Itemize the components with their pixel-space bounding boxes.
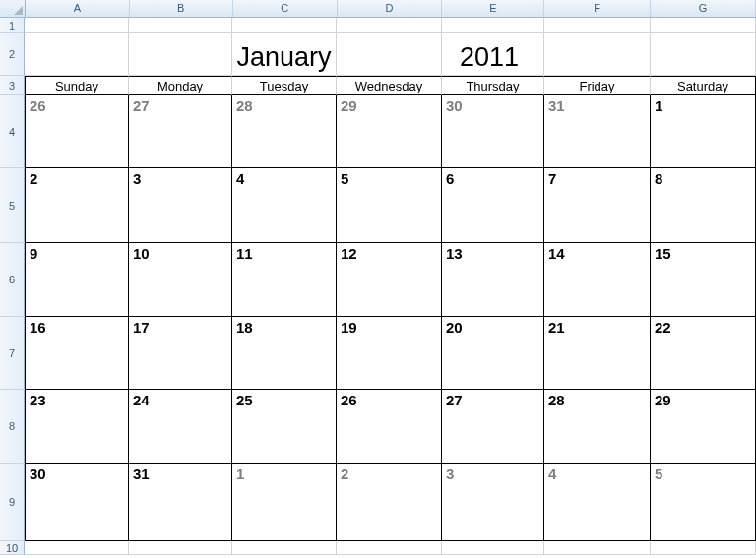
row-header-7[interactable]: 7: [0, 317, 25, 390]
cell-b10[interactable]: [129, 541, 232, 555]
calendar-date-cell[interactable]: 1: [651, 95, 756, 168]
calendar-date-cell[interactable]: 23: [25, 390, 129, 464]
cell-e10[interactable]: [442, 541, 544, 555]
dow-friday[interactable]: Friday: [544, 76, 651, 95]
calendar-date-cell[interactable]: 31: [544, 95, 651, 168]
cell-g2[interactable]: [651, 33, 756, 76]
row-header-1[interactable]: 1: [0, 18, 25, 33]
column-header-g[interactable]: G: [651, 0, 756, 17]
cell-a10[interactable]: [25, 541, 129, 555]
row-header-8[interactable]: 8: [0, 390, 25, 464]
row-header-6[interactable]: 6: [0, 243, 25, 317]
calendar-date-cell[interactable]: 8: [651, 168, 756, 243]
row-header-4[interactable]: 4: [0, 95, 25, 168]
cell-c1[interactable]: [232, 18, 337, 33]
cell-f10[interactable]: [544, 541, 651, 555]
calendar-date-cell[interactable]: 26: [337, 390, 442, 464]
calendar-date-cell[interactable]: 18: [232, 317, 337, 390]
column-header-b[interactable]: B: [130, 0, 233, 17]
dow-monday[interactable]: Monday: [129, 76, 232, 95]
spreadsheet[interactable]: A B C D E F G 1 2 January 2011: [0, 0, 756, 558]
row-7: 716171819202122: [0, 317, 756, 390]
row-4: 42627282930311: [0, 95, 756, 168]
cell-f1[interactable]: [544, 18, 651, 33]
calendar-date-cell[interactable]: 3: [129, 168, 232, 243]
calendar-date-cell[interactable]: 19: [337, 317, 442, 390]
cell-g10[interactable]: [651, 541, 756, 555]
cell-d1[interactable]: [337, 18, 442, 33]
cell-e1[interactable]: [442, 18, 544, 33]
row-header-9[interactable]: 9: [0, 464, 25, 541]
row-8: 823242526272829: [0, 390, 756, 464]
calendar-date-cell[interactable]: 9: [25, 243, 129, 317]
select-all-corner[interactable]: [0, 0, 26, 17]
row-header-2[interactable]: 2: [0, 33, 25, 76]
calendar-date-cell[interactable]: 3: [442, 464, 544, 541]
cell-g1[interactable]: [651, 18, 756, 33]
row-2: 2 January 2011: [0, 33, 756, 76]
cell-a1[interactable]: [25, 18, 129, 33]
row-1: 1: [0, 18, 756, 33]
calendar-date-cell[interactable]: 14: [544, 243, 651, 317]
cell-b1[interactable]: [129, 18, 232, 33]
row-5: 52345678: [0, 168, 756, 243]
calendar-date-cell[interactable]: 21: [544, 317, 651, 390]
row-header-3[interactable]: 3: [0, 76, 25, 95]
column-header-d[interactable]: D: [338, 0, 443, 17]
calendar-date-cell[interactable]: 16: [25, 317, 129, 390]
calendar-date-cell[interactable]: 17: [129, 317, 232, 390]
calendar-date-cell[interactable]: 2: [25, 168, 129, 243]
row-header-5[interactable]: 5: [0, 168, 25, 243]
calendar-date-cell[interactable]: 29: [651, 390, 756, 464]
column-header-c[interactable]: C: [233, 0, 338, 17]
calendar-date-cell[interactable]: 10: [129, 243, 232, 317]
cell-b2[interactable]: [129, 33, 232, 76]
cell-d2[interactable]: [337, 33, 442, 76]
row-header-10[interactable]: 10: [0, 541, 25, 555]
cell-d10[interactable]: [337, 541, 442, 555]
calendar-date-cell[interactable]: 25: [232, 390, 337, 464]
row-6: 69101112131415: [0, 243, 756, 317]
calendar-date-cell[interactable]: 5: [337, 168, 442, 243]
row-3: 3 Sunday Monday Tuesday Wednesday Thursd…: [0, 76, 756, 95]
calendar-date-cell[interactable]: 31: [129, 464, 232, 541]
calendar-date-cell[interactable]: 26: [25, 95, 129, 168]
calendar-month[interactable]: January: [232, 33, 337, 76]
calendar-year[interactable]: 2011: [442, 33, 544, 76]
column-header-f[interactable]: F: [544, 0, 651, 17]
dow-sunday[interactable]: Sunday: [25, 76, 129, 95]
column-header-a[interactable]: A: [26, 0, 130, 17]
row-9: 9303112345: [0, 464, 756, 541]
column-header-e[interactable]: E: [442, 0, 544, 17]
calendar-date-cell[interactable]: 28: [544, 390, 651, 464]
column-header-row: A B C D E F G: [0, 0, 756, 18]
cell-a2[interactable]: [25, 33, 129, 76]
calendar-date-cell[interactable]: 4: [232, 168, 337, 243]
dow-saturday[interactable]: Saturday: [651, 76, 756, 95]
calendar-date-cell[interactable]: 20: [442, 317, 544, 390]
calendar-date-cell[interactable]: 11: [232, 243, 337, 317]
calendar-date-cell[interactable]: 1: [232, 464, 337, 541]
calendar-date-cell[interactable]: 22: [651, 317, 756, 390]
calendar-date-cell[interactable]: 2: [337, 464, 442, 541]
calendar-date-cell[interactable]: 30: [442, 95, 544, 168]
row-10: 10: [0, 541, 756, 555]
calendar-date-cell[interactable]: 7: [544, 168, 651, 243]
calendar-date-cell[interactable]: 5: [651, 464, 756, 541]
calendar-date-cell[interactable]: 29: [337, 95, 442, 168]
calendar-date-cell[interactable]: 6: [442, 168, 544, 243]
cell-f2[interactable]: [544, 33, 651, 76]
cell-c10[interactable]: [232, 541, 337, 555]
calendar-date-cell[interactable]: 4: [544, 464, 651, 541]
calendar-date-cell[interactable]: 28: [232, 95, 337, 168]
calendar-date-cell[interactable]: 24: [129, 390, 232, 464]
calendar-date-cell[interactable]: 15: [651, 243, 756, 317]
calendar-date-cell[interactable]: 30: [25, 464, 129, 541]
dow-tuesday[interactable]: Tuesday: [232, 76, 337, 95]
dow-thursday[interactable]: Thursday: [442, 76, 544, 95]
calendar-date-cell[interactable]: 13: [442, 243, 544, 317]
calendar-date-cell[interactable]: 27: [129, 95, 232, 168]
calendar-date-cell[interactable]: 27: [442, 390, 544, 464]
dow-wednesday[interactable]: Wednesday: [337, 76, 442, 95]
calendar-date-cell[interactable]: 12: [337, 243, 442, 317]
